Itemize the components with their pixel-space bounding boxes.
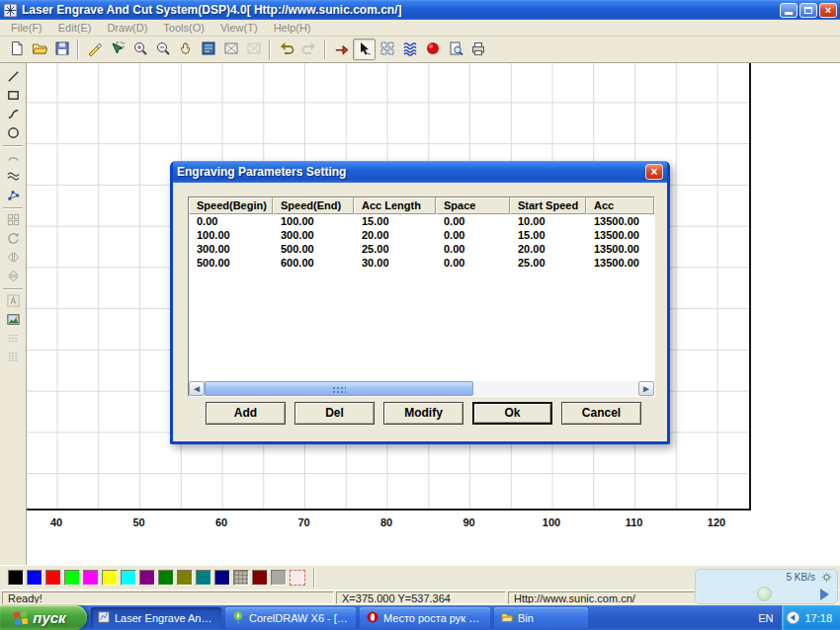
close-button[interactable]: × — [819, 3, 837, 18]
menu-item-edit[interactable]: Edit(E) — [51, 21, 99, 35]
node-edit-tool-button[interactable] — [3, 187, 23, 205]
properties-panel-button[interactable] — [197, 39, 219, 60]
table-cell: 13500.00 — [586, 256, 654, 270]
ruler-label: 100 — [543, 516, 560, 528]
palette-swatch-dark-red[interactable] — [252, 570, 268, 586]
palette-swatch-teal[interactable] — [196, 570, 211, 586]
mirror-h-tool-button[interactable] — [3, 249, 23, 268]
coreldraw-icon — [231, 610, 245, 626]
toolbar-separator — [269, 39, 271, 59]
rotate-tool-button[interactable] — [3, 230, 23, 249]
bottom-ruler: 405060708090100110120 — [27, 516, 778, 530]
print-preview-button[interactable] — [444, 39, 466, 60]
palette-swatch-red[interactable] — [45, 570, 61, 586]
menu-item-tools[interactable]: Tools(O) — [156, 21, 211, 35]
print-button[interactable] — [466, 39, 489, 60]
hatch2-tool-button[interactable] — [3, 349, 23, 367]
menu-item-draw[interactable]: Draw(D) — [100, 21, 154, 35]
play-arrow-icon[interactable] — [820, 589, 829, 600]
column-header-speed-end-[interactable]: Speed(End) — [273, 197, 354, 214]
menu-item-help[interactable]: Help(H) — [267, 21, 318, 35]
pan-hand-button[interactable] — [174, 39, 197, 60]
array-tool-button[interactable] — [3, 211, 23, 230]
output-arrow-button[interactable] — [330, 39, 353, 60]
palette-swatch-blue[interactable] — [27, 570, 42, 586]
taskbar-task-3[interactable]: Место роста рук у д... — [360, 607, 490, 628]
palette-swatch-yellow[interactable] — [102, 570, 118, 586]
text-tool-button[interactable] — [3, 292, 23, 311]
table-cell: 100.00 — [189, 228, 273, 242]
table-row[interactable]: 500.00600.0030.000.0025.0013500.00 — [189, 256, 654, 270]
palette-swatch-cyan[interactable] — [121, 570, 136, 586]
curve-tool-button[interactable] — [3, 106, 23, 124]
scrollbar-track[interactable] — [205, 381, 638, 396]
menu-item-file[interactable]: File(F) — [4, 21, 49, 35]
start-button[interactable]: пуск — [0, 605, 87, 630]
ellipse-tool-button[interactable] — [3, 124, 23, 143]
mirror-v-tool-button[interactable] — [3, 268, 23, 286]
zoom-out-button[interactable] — [151, 39, 174, 60]
palette-swatch-olive[interactable] — [177, 570, 193, 586]
minimize-button[interactable] — [780, 3, 798, 18]
column-header-space[interactable]: Space — [436, 197, 510, 214]
dialog-close-button[interactable]: × — [645, 164, 663, 180]
restore-button[interactable] — [799, 3, 817, 18]
rectangle-tool-button[interactable] — [3, 87, 23, 106]
undo-button[interactable] — [275, 39, 297, 60]
array-copy-button[interactable] — [376, 39, 398, 60]
save-button[interactable] — [50, 39, 73, 60]
taskbar-task-1[interactable]: Laser Engrave And C... — [91, 607, 221, 628]
menu-item-view[interactable]: View(T) — [213, 21, 265, 35]
scrollbar-thumb[interactable] — [205, 381, 473, 396]
cancel-button[interactable]: Cancel — [561, 402, 641, 425]
palette-swatch-purple[interactable] — [139, 570, 155, 586]
palette-swatch-green[interactable] — [64, 570, 80, 586]
column-header-acc[interactable]: Acc — [586, 197, 654, 214]
language-bar-icon[interactable] — [786, 610, 800, 625]
table-row[interactable]: 300.00500.0025.000.0020.0013500.00 — [189, 242, 654, 256]
column-header-speed-begin-[interactable]: Speed(Begin) — [189, 197, 273, 214]
palette-swatch-pattern[interactable] — [233, 570, 249, 586]
gear-icon[interactable] — [820, 571, 833, 584]
bitmap-tool-button[interactable] — [3, 311, 23, 330]
bezier-tool-button[interactable] — [3, 168, 23, 187]
palette-swatch-dark-green[interactable] — [158, 570, 174, 586]
palette-swatch-gray[interactable] — [271, 570, 287, 586]
scroll-right-button[interactable]: ► — [638, 381, 654, 396]
taskbar-task-2[interactable]: CorelDRAW X6 - [D:\|... — [225, 607, 356, 628]
select-area-button[interactable] — [106, 39, 128, 60]
column-header-start-speed[interactable]: Start Speed — [510, 197, 586, 214]
scroll-left-button[interactable]: ◄ — [189, 381, 205, 396]
rectangle-tool-icon — [6, 88, 21, 105]
palette-swatch-navy[interactable] — [214, 570, 230, 586]
column-header-acc-length[interactable]: Acc Length — [354, 197, 436, 214]
open-folder-button[interactable] — [28, 39, 50, 60]
add-button[interactable]: Add — [206, 402, 286, 425]
zoom-in-button[interactable] — [128, 39, 151, 60]
ok-button[interactable]: Ok — [472, 402, 552, 425]
pick-tool-button[interactable] — [353, 39, 376, 60]
table-row[interactable]: 0.00100.0015.000.0010.0013500.00 — [189, 214, 654, 228]
redo-button[interactable] — [297, 39, 320, 60]
palette-swatch-magenta[interactable] — [83, 570, 99, 586]
frame-select-button[interactable] — [219, 39, 242, 60]
ruler-label: 110 — [626, 516, 643, 528]
table-cell: 13500.00 — [586, 228, 654, 242]
del-button[interactable]: Del — [294, 402, 375, 425]
taskbar-task-4[interactable]: Bin — [494, 607, 588, 628]
arc-tool-button[interactable] — [3, 149, 23, 168]
cut-tool-button[interactable] — [83, 39, 106, 60]
new-page-button[interactable] — [5, 39, 28, 60]
laser-run-button[interactable] — [421, 39, 444, 60]
horizontal-scrollbar[interactable]: ◄ ► — [189, 381, 654, 396]
download-speed-widget[interactable]: 5 KB/s — [695, 569, 838, 604]
language-indicator[interactable]: EN — [758, 612, 773, 624]
palette-swatch-no-color[interactable] — [290, 570, 305, 586]
palette-swatch-black[interactable] — [8, 570, 24, 586]
line-tool-button[interactable] — [3, 68, 23, 87]
engrave-fill-button[interactable] — [398, 39, 421, 60]
frame-select-2-button[interactable] — [242, 39, 265, 60]
hatch-tool-button[interactable] — [3, 330, 23, 349]
modify-button[interactable]: Modify — [383, 402, 463, 425]
table-row[interactable]: 100.00300.0020.000.0015.0013500.00 — [189, 228, 654, 242]
